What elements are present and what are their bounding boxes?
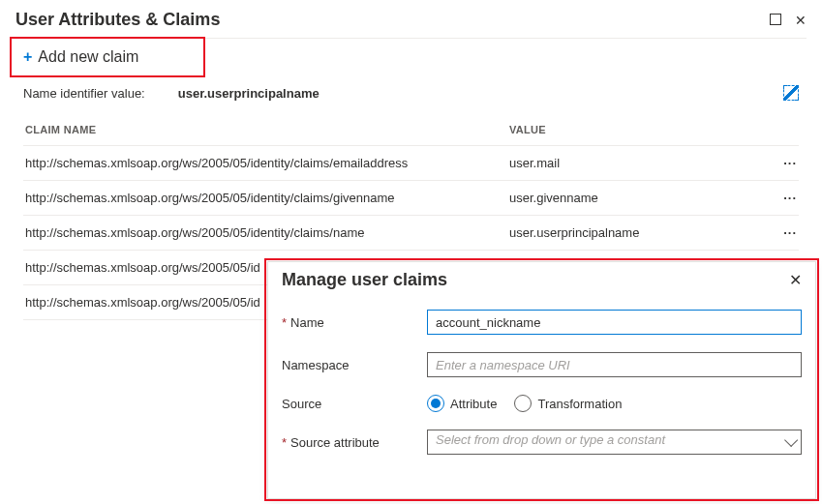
field-label-source: Source	[282, 397, 427, 411]
add-new-claim-label: Add new claim	[38, 48, 138, 66]
cell-value: user.mail	[509, 156, 768, 170]
field-label-name: *Name	[282, 315, 427, 330]
cell-value: user.givenname	[509, 191, 768, 205]
row-actions-button[interactable]: ···	[768, 191, 797, 205]
plus-icon: +	[23, 49, 32, 65]
page-title: User Attributes & Claims	[15, 10, 220, 30]
radio-icon	[427, 395, 444, 412]
maximize-icon	[770, 14, 781, 25]
row-actions-button[interactable]: ···	[768, 156, 797, 170]
namespace-input[interactable]	[427, 352, 802, 377]
column-header-value: Value	[509, 124, 768, 135]
radio-label: Transformation	[537, 397, 622, 411]
panel-title: Manage user claims	[282, 270, 447, 290]
name-identifier-label: Name identifier value:	[23, 86, 145, 101]
table-row[interactable]: http://schemas.xmlsoap.org/ws/2005/05/id…	[23, 146, 799, 181]
column-header-claim-name: Claim Name	[25, 124, 509, 135]
table-row[interactable]: http://schemas.xmlsoap.org/ws/2005/05/id…	[23, 181, 799, 216]
maximize-button[interactable]	[770, 13, 781, 28]
blade-header: User Attributes & Claims ✕	[15, 0, 807, 39]
field-label-namespace: Namespace	[282, 358, 427, 372]
radio-icon	[514, 395, 532, 412]
name-identifier-value: user.userprincipalname	[178, 86, 320, 101]
table-row[interactable]: http://schemas.xmlsoap.org/ws/2005/05/id…	[23, 216, 799, 251]
source-attribute-select[interactable]: Select from drop down or type a constant	[427, 430, 802, 455]
name-input[interactable]	[427, 310, 802, 335]
panel-close-button[interactable]: ✕	[789, 271, 802, 289]
cell-value: user.userprincipalname	[509, 225, 768, 240]
cell-claim-name: http://schemas.xmlsoap.org/ws/2005/05/id…	[25, 225, 509, 240]
radio-label: Attribute	[450, 397, 497, 411]
close-button[interactable]: ✕	[795, 14, 807, 27]
field-label-source-attribute: *Source attribute	[282, 435, 427, 450]
manage-user-claims-panel: Manage user claims ✕ *Name Namespace Sou…	[267, 261, 816, 499]
row-actions-button[interactable]: ···	[768, 225, 797, 240]
source-radio-transformation[interactable]: Transformation	[514, 395, 622, 412]
cell-claim-name: http://schemas.xmlsoap.org/ws/2005/05/id…	[25, 156, 509, 170]
source-radio-attribute[interactable]: Attribute	[427, 395, 497, 412]
cell-claim-name: http://schemas.xmlsoap.org/ws/2005/05/id…	[25, 191, 509, 205]
edit-icon[interactable]	[783, 85, 799, 101]
add-new-claim-button[interactable]: + Add new claim	[14, 41, 148, 74]
